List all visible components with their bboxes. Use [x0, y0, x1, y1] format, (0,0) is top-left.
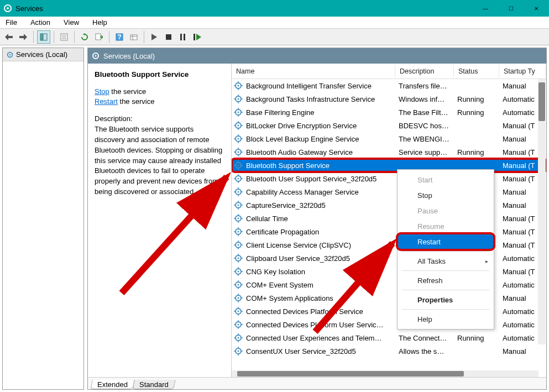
menu-action[interactable]: Action: [28, 17, 53, 28]
restart-suffix: the service: [118, 97, 154, 106]
col-name[interactable]: Name: [232, 65, 395, 77]
gear-icon: [234, 347, 243, 356]
service-description: The Connect…: [395, 334, 454, 342]
minimize-button[interactable]: —: [473, 0, 498, 17]
console-tree[interactable]: Services (Local): [2, 48, 84, 390]
context-help[interactable]: Help: [398, 311, 494, 327]
context-restart[interactable]: Restart: [398, 234, 494, 249]
service-status: Running: [454, 148, 499, 156]
service-row[interactable]: Bluetooth User Support Service_32f20d5Ma…: [232, 172, 546, 185]
gear-icon: [234, 294, 243, 302]
svg-rect-17: [180, 34, 182, 40]
service-row[interactable]: COM+ System ApplicationsManual: [232, 291, 546, 305]
restart-service-button[interactable]: [191, 30, 204, 44]
gear-icon: [234, 333, 243, 342]
service-row[interactable]: CNG Key IsolationManual (T: [232, 265, 546, 278]
col-startup-type[interactable]: Startup Ty: [499, 65, 546, 77]
menu-view[interactable]: View: [61, 17, 81, 28]
service-name: Bluetooth Support Service: [243, 161, 395, 170]
gear-icon: [234, 187, 243, 196]
gear-icon: [234, 134, 243, 143]
service-row[interactable]: COM+ Event SystemAutomatic: [232, 278, 546, 291]
vertical-scrollbar[interactable]: [538, 79, 546, 344]
gear-icon: [234, 241, 243, 249]
gear-icon: [234, 254, 243, 263]
close-button[interactable]: ✕: [524, 0, 549, 17]
gear-icon: [234, 161, 243, 170]
menu-file[interactable]: File: [3, 17, 19, 28]
service-name: ConsentUX User Service_32f20d5: [243, 347, 395, 356]
service-name: Bluetooth User Support Service_32f20d5: [243, 175, 395, 183]
service-row[interactable]: Cellular TimeManual (T: [232, 212, 546, 225]
context-start: Start: [398, 172, 494, 187]
service-row[interactable]: Bluetooth Support ServiceManual (T: [232, 159, 546, 172]
service-row[interactable]: BitLocker Drive Encryption ServiceBDESVC…: [232, 119, 546, 132]
col-status[interactable]: Status: [454, 65, 499, 77]
service-row[interactable]: Base Filtering EngineThe Base Filt…Runni…: [232, 106, 546, 119]
service-row[interactable]: Connected Devices Platform ServiceAutoma…: [232, 305, 546, 318]
service-row[interactable]: CaptureService_32f20d5Manual: [232, 198, 546, 212]
gear-icon: [234, 95, 243, 103]
view-columns-button[interactable]: [127, 30, 140, 44]
pause-service-button[interactable]: [176, 30, 190, 44]
service-row[interactable]: Background Intelligent Transfer ServiceT…: [232, 79, 546, 92]
help-button[interactable]: ?: [113, 30, 126, 44]
service-row[interactable]: Background Tasks Infrastructure ServiceW…: [232, 92, 546, 106]
service-detail-panel: Bluetooth Support Service Stop the servi…: [88, 64, 232, 377]
tab-standard[interactable]: Standard: [132, 380, 175, 389]
svg-point-61: [238, 165, 239, 166]
context-properties[interactable]: Properties: [398, 292, 494, 307]
service-row[interactable]: ConsentUX User Service_32f20d5Allows the…: [232, 344, 546, 358]
service-row[interactable]: Clipboard User Service_32f20d5Automatic: [232, 252, 546, 265]
tree-item-label: Services (Local): [16, 50, 67, 59]
svg-point-31: [238, 98, 239, 100]
service-name: BitLocker Drive Encryption Service: [243, 122, 395, 130]
svg-rect-18: [184, 34, 185, 40]
service-row[interactable]: Capability Access Manager ServiceManual: [232, 185, 546, 198]
service-row[interactable]: Connected Devices Platform User Servic…A…: [232, 318, 546, 331]
service-description: The WBENGI…: [395, 135, 454, 143]
description-label: Description:: [95, 114, 224, 124]
menu-help[interactable]: Help: [90, 17, 109, 28]
scroll-thumb[interactable]: [538, 82, 545, 121]
horizontal-scrollbar[interactable]: [232, 370, 538, 377]
service-row[interactable]: Certificate PropagationManual (T: [232, 225, 546, 238]
tree-item-services-local[interactable]: Services (Local): [3, 48, 83, 61]
service-name: Capability Access Manager Service: [243, 188, 395, 196]
gear-icon: [6, 51, 14, 59]
gear-icon: [234, 227, 243, 236]
export-button[interactable]: [92, 30, 106, 44]
svg-rect-4: [40, 34, 43, 40]
service-row[interactable]: Block Level Backup Engine ServiceThe WBE…: [232, 132, 546, 145]
refresh-button[interactable]: [78, 30, 91, 44]
col-description[interactable]: Description: [395, 65, 454, 77]
svg-point-103: [238, 258, 239, 259]
svg-point-109: [238, 271, 239, 273]
stop-service-link[interactable]: Stop: [95, 87, 109, 96]
service-row[interactable]: Client License Service (ClipSVC)Manual (…: [232, 238, 546, 252]
scroll-thumb[interactable]: [237, 371, 464, 377]
context-stop[interactable]: Stop: [398, 187, 494, 203]
service-row[interactable]: Bluetooth Audio Gateway ServiceService s…: [232, 145, 546, 159]
maximize-button[interactable]: ☐: [498, 0, 524, 17]
service-name: COM+ System Applications: [243, 294, 395, 302]
gear-icon: [234, 307, 243, 316]
svg-point-91: [238, 231, 239, 233]
tab-extended[interactable]: Extended: [90, 380, 135, 389]
back-button[interactable]: [2, 30, 15, 44]
service-name: COM+ Event System: [243, 281, 395, 289]
forward-button[interactable]: [17, 30, 30, 44]
context-all-tasks[interactable]: All Tasks▸: [398, 253, 494, 269]
start-service-button[interactable]: [148, 30, 161, 44]
show-tree-button[interactable]: [37, 30, 50, 44]
service-row[interactable]: Connected User Experiences and Telem…The…: [232, 331, 546, 344]
context-refresh[interactable]: Refresh: [398, 273, 494, 288]
svg-point-145: [238, 351, 239, 352]
service-name: CaptureService_32f20d5: [243, 201, 395, 210]
stop-service-button[interactable]: [162, 30, 175, 44]
properties-button[interactable]: [57, 30, 71, 44]
gear-icon: [234, 267, 243, 276]
services-list[interactable]: Name Description Status Startup Ty Backg…: [232, 64, 546, 377]
service-name: Client License Service (ClipSVC): [243, 241, 395, 249]
restart-service-link[interactable]: Restart: [95, 97, 118, 106]
